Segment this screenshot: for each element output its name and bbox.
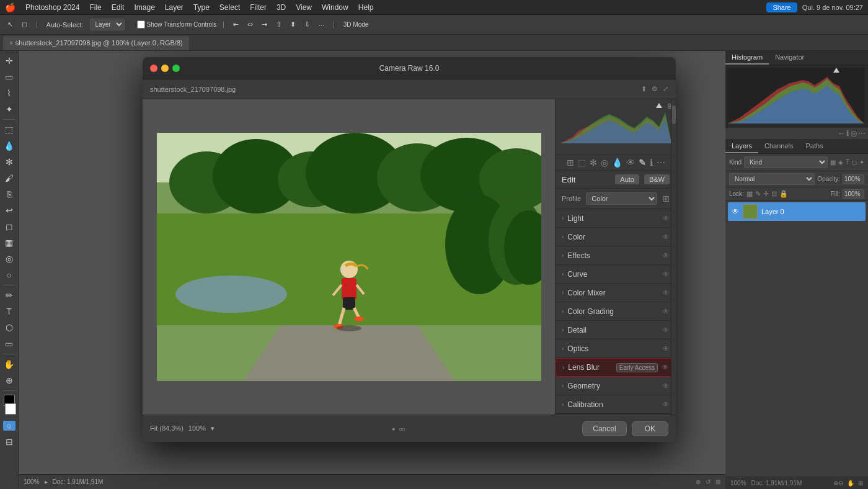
screen-mode-btn[interactable]: ⊟ — [2, 434, 17, 449]
file-tab[interactable]: × shutterstock_217097098.jpg @ 100% (Lay… — [2, 35, 190, 50]
filter-smart-icon[interactable]: ✦ — [859, 159, 864, 166]
panel-row-lensblur[interactable]: › Lens Blur Early Access 👁 — [556, 358, 676, 377]
color-eye-icon[interactable]: 👁 — [662, 233, 670, 241]
profile-grid-icon[interactable]: ⊞ — [662, 194, 670, 204]
cancel-button[interactable]: Cancel — [582, 421, 626, 436]
align-left-btn[interactable]: ⇤ — [231, 19, 241, 30]
lensblur-eye-icon[interactable]: 👁 — [662, 363, 669, 372]
light-eye-icon[interactable]: 👁 — [662, 214, 670, 223]
layer-visibility-eye[interactable]: 👁 — [732, 207, 739, 216]
ps-info-icon[interactable]: ℹ — [846, 129, 849, 138]
move-tool-btn[interactable]: ↖ — [5, 19, 16, 30]
optics-eye-icon[interactable]: 👁 — [662, 344, 670, 353]
status-zoom-icon[interactable]: ⊕⊖ — [833, 480, 843, 487]
menu-photoshop[interactable]: Photoshop 2024 — [25, 3, 79, 12]
kind-select[interactable]: Kind — [744, 156, 828, 168]
colorgrading-eye-icon[interactable]: 👁 — [662, 307, 670, 316]
menu-window[interactable]: Window — [322, 3, 348, 12]
panel-row-effects[interactable]: › Effects 👁 — [556, 246, 676, 265]
dodge-tool[interactable]: ○ — [2, 267, 17, 282]
filter-adjust-icon[interactable]: ◈ — [838, 159, 843, 166]
pen-tool[interactable]: ✏ — [2, 288, 17, 303]
geometry-eye-icon[interactable]: 👁 — [662, 382, 670, 390]
ps-more-icon[interactable]: ⋯ — [858, 129, 866, 138]
panel-row-colorgrading[interactable]: › Color Grading 👁 — [556, 302, 676, 321]
panel-row-geometry[interactable]: › Geometry 👁 — [556, 377, 676, 395]
colormixer-eye-icon[interactable]: 👁 — [662, 289, 670, 297]
transform-checkbox[interactable] — [137, 20, 145, 29]
canvas-rotate-icon[interactable]: ↺ — [706, 478, 711, 485]
profile-select[interactable]: Color — [586, 192, 657, 205]
effects-eye-icon[interactable]: 👁 — [662, 251, 670, 260]
autoselect-btn[interactable]: Auto-Select: — [44, 20, 86, 30]
calibration-eye-icon[interactable]: 👁 — [662, 400, 670, 409]
menu-image[interactable]: Image — [134, 3, 154, 12]
crop-tool[interactable]: ⬚ — [2, 122, 17, 137]
cr-presets-icon[interactable]: ⊞ — [567, 158, 574, 168]
more-btn[interactable]: ··· — [316, 20, 327, 30]
minimize-button[interactable] — [161, 65, 169, 72]
path-select-tool[interactable]: ⬡ — [2, 320, 17, 335]
maximize-button[interactable] — [172, 65, 180, 72]
edit-scrollbar[interactable] — [671, 99, 676, 415]
lasso-tool[interactable]: ⌇ — [2, 86, 17, 101]
share-icon[interactable]: ⬆ — [641, 85, 647, 93]
3dmode-btn[interactable]: 3D Mode — [341, 20, 371, 29]
filter-type-icon[interactable]: T — [846, 159, 849, 166]
panel-row-colormixer[interactable]: › Color Mixer 👁 — [556, 284, 676, 302]
select-rect-tool[interactable]: ▭ — [2, 70, 17, 84]
menu-file[interactable]: File — [89, 3, 101, 12]
zoom-dropdown-arrow[interactable]: ▾ — [211, 424, 215, 433]
menu-select[interactable]: Select — [219, 3, 240, 12]
cr-heal-icon[interactable]: ✻ — [590, 158, 597, 168]
filter-shape-icon[interactable]: ◻ — [852, 159, 857, 166]
lock-pixel-icon[interactable]: ▦ — [746, 190, 753, 198]
align-right-btn[interactable]: ⇥ — [259, 19, 270, 30]
close-button[interactable] — [150, 65, 157, 72]
cr-crop-icon[interactable]: ⬚ — [578, 158, 586, 168]
blur-tool[interactable]: ◎ — [2, 251, 17, 266]
align-top-btn[interactable]: ⇧ — [273, 19, 284, 30]
menu-edit[interactable]: Edit — [112, 3, 125, 12]
tab-paths[interactable]: Paths — [800, 140, 830, 153]
zoom-tool[interactable]: ⊕ — [2, 373, 17, 388]
settings-icon[interactable]: ⚙ — [652, 85, 658, 93]
move-tool[interactable]: ✛ — [2, 53, 17, 68]
panel-row-optics[interactable]: › Optics 👁 — [556, 339, 676, 358]
menu-layer[interactable]: Layer — [165, 3, 184, 12]
fullscreen-icon[interactable]: ⤢ — [663, 85, 668, 93]
fill-input[interactable] — [843, 189, 864, 199]
menu-type[interactable]: Type — [193, 3, 210, 12]
detail-eye-icon[interactable]: 👁 — [662, 326, 670, 334]
panel-row-light[interactable]: › Light 👁 — [556, 209, 676, 228]
align-middle-btn[interactable]: ⬍ — [288, 19, 298, 30]
artboard-btn[interactable]: ◻ — [19, 19, 30, 30]
align-center-btn[interactable]: ⇔ — [245, 19, 255, 30]
brush-tool[interactable]: 🖌 — [2, 171, 17, 186]
lock-draw-icon[interactable]: ✎ — [755, 190, 761, 198]
menu-filter[interactable]: Filter — [250, 3, 267, 12]
lock-move-icon[interactable]: ✛ — [763, 190, 769, 198]
cr-more-icon[interactable]: ⋯ — [657, 158, 665, 168]
text-tool[interactable]: T — [2, 304, 17, 319]
shape-tool[interactable]: ▭ — [2, 336, 17, 351]
filter-pixel-icon[interactable]: ▦ — [830, 159, 836, 166]
split-view-icon[interactable]: ▫▫ — [399, 424, 405, 434]
ok-button[interactable]: OK — [632, 421, 668, 436]
autoselect-dropdown[interactable]: Layer — [90, 19, 125, 30]
eyedropper-tool[interactable]: 💧 — [2, 138, 17, 153]
quick-mask-btn[interactable]: Q — [3, 421, 16, 431]
tab-channels[interactable]: Channels — [758, 140, 799, 153]
tab-navigator[interactable]: Navigator — [769, 51, 810, 65]
ps-color-icon[interactable]: ◎ — [851, 129, 857, 138]
single-view-icon[interactable]: ▪ — [392, 424, 395, 434]
auto-button[interactable]: Auto — [615, 174, 639, 184]
magic-wand-tool[interactable]: ✦ — [2, 102, 17, 117]
panel-row-color[interactable]: › Color 👁 — [556, 228, 676, 246]
canvas-magnify-icon[interactable]: ⊕ — [696, 478, 701, 485]
status-grid-icon[interactable]: ⊞ — [858, 480, 863, 487]
blending-mode-select[interactable]: Normal — [729, 173, 815, 185]
panel-row-detail[interactable]: › Detail 👁 — [556, 321, 676, 339]
tab-layers[interactable]: Layers — [725, 140, 758, 153]
gradient-tool[interactable]: ▦ — [2, 235, 17, 250]
